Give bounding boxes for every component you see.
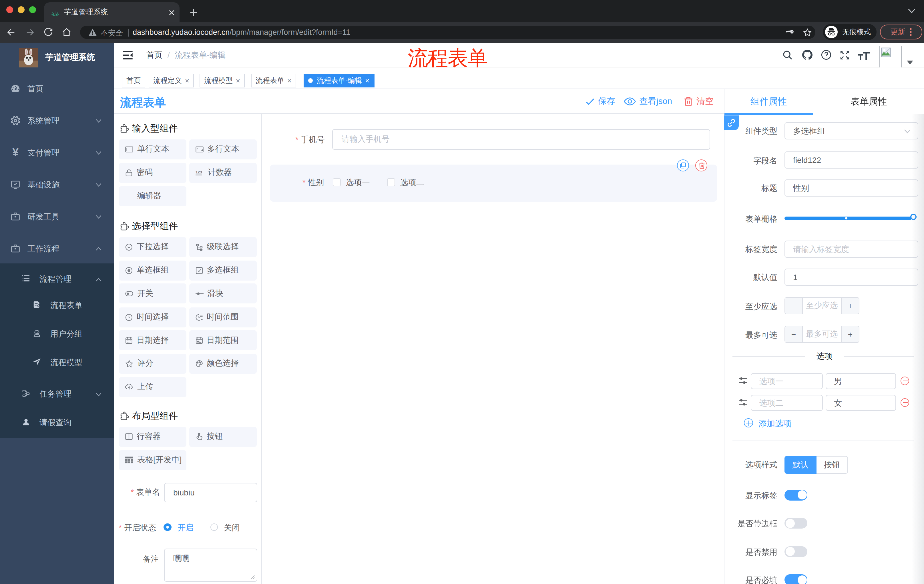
svg-text:123: 123 <box>195 170 202 174</box>
